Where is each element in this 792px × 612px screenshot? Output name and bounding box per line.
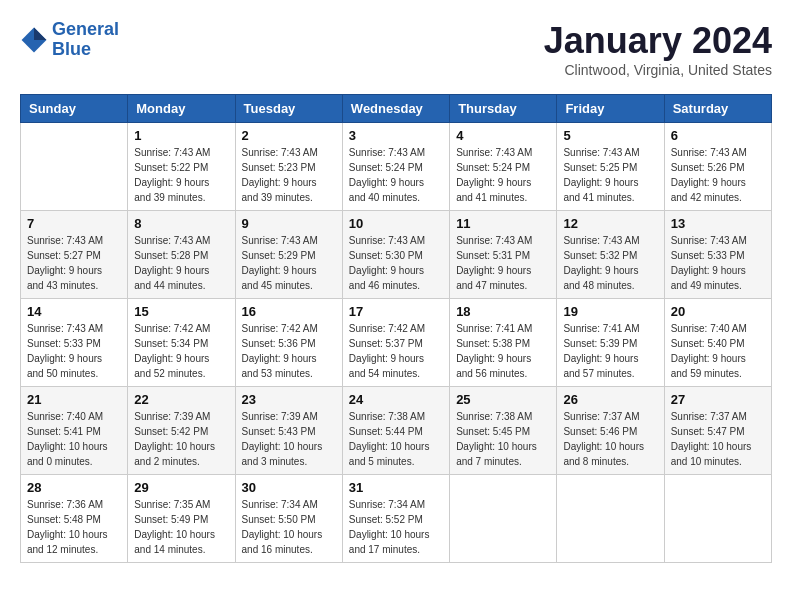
calendar-cell: 14Sunrise: 7:43 AMSunset: 5:33 PMDayligh… (21, 299, 128, 387)
day-number: 12 (563, 216, 657, 231)
day-detail: Sunrise: 7:34 AMSunset: 5:50 PMDaylight:… (242, 497, 336, 557)
day-detail: Sunrise: 7:34 AMSunset: 5:52 PMDaylight:… (349, 497, 443, 557)
day-number: 24 (349, 392, 443, 407)
calendar-week-row: 7Sunrise: 7:43 AMSunset: 5:27 PMDaylight… (21, 211, 772, 299)
calendar-cell: 18Sunrise: 7:41 AMSunset: 5:38 PMDayligh… (450, 299, 557, 387)
calendar-cell (557, 475, 664, 563)
day-number: 10 (349, 216, 443, 231)
day-number: 15 (134, 304, 228, 319)
calendar-cell: 13Sunrise: 7:43 AMSunset: 5:33 PMDayligh… (664, 211, 771, 299)
day-number: 18 (456, 304, 550, 319)
day-number: 28 (27, 480, 121, 495)
day-number: 14 (27, 304, 121, 319)
day-number: 9 (242, 216, 336, 231)
calendar-cell: 23Sunrise: 7:39 AMSunset: 5:43 PMDayligh… (235, 387, 342, 475)
calendar-cell: 3Sunrise: 7:43 AMSunset: 5:24 PMDaylight… (342, 123, 449, 211)
calendar-cell: 7Sunrise: 7:43 AMSunset: 5:27 PMDaylight… (21, 211, 128, 299)
day-number: 30 (242, 480, 336, 495)
day-number: 1 (134, 128, 228, 143)
column-header-tuesday: Tuesday (235, 95, 342, 123)
calendar-week-row: 21Sunrise: 7:40 AMSunset: 5:41 PMDayligh… (21, 387, 772, 475)
logo-text: General Blue (52, 20, 119, 60)
column-header-thursday: Thursday (450, 95, 557, 123)
calendar-cell: 15Sunrise: 7:42 AMSunset: 5:34 PMDayligh… (128, 299, 235, 387)
day-detail: Sunrise: 7:43 AMSunset: 5:31 PMDaylight:… (456, 233, 550, 293)
calendar-cell (450, 475, 557, 563)
calendar-cell: 29Sunrise: 7:35 AMSunset: 5:49 PMDayligh… (128, 475, 235, 563)
day-number: 20 (671, 304, 765, 319)
calendar-cell: 16Sunrise: 7:42 AMSunset: 5:36 PMDayligh… (235, 299, 342, 387)
day-detail: Sunrise: 7:37 AMSunset: 5:47 PMDaylight:… (671, 409, 765, 469)
day-number: 3 (349, 128, 443, 143)
calendar-cell: 1Sunrise: 7:43 AMSunset: 5:22 PMDaylight… (128, 123, 235, 211)
calendar-cell: 6Sunrise: 7:43 AMSunset: 5:26 PMDaylight… (664, 123, 771, 211)
day-number: 25 (456, 392, 550, 407)
day-detail: Sunrise: 7:37 AMSunset: 5:46 PMDaylight:… (563, 409, 657, 469)
calendar-cell: 24Sunrise: 7:38 AMSunset: 5:44 PMDayligh… (342, 387, 449, 475)
calendar-cell: 27Sunrise: 7:37 AMSunset: 5:47 PMDayligh… (664, 387, 771, 475)
calendar-cell: 31Sunrise: 7:34 AMSunset: 5:52 PMDayligh… (342, 475, 449, 563)
month-title: January 2024 (544, 20, 772, 62)
calendar-cell: 4Sunrise: 7:43 AMSunset: 5:24 PMDaylight… (450, 123, 557, 211)
day-number: 5 (563, 128, 657, 143)
calendar-week-row: 28Sunrise: 7:36 AMSunset: 5:48 PMDayligh… (21, 475, 772, 563)
day-number: 7 (27, 216, 121, 231)
calendar-cell: 28Sunrise: 7:36 AMSunset: 5:48 PMDayligh… (21, 475, 128, 563)
calendar-cell: 12Sunrise: 7:43 AMSunset: 5:32 PMDayligh… (557, 211, 664, 299)
day-detail: Sunrise: 7:40 AMSunset: 5:41 PMDaylight:… (27, 409, 121, 469)
day-detail: Sunrise: 7:41 AMSunset: 5:38 PMDaylight:… (456, 321, 550, 381)
day-detail: Sunrise: 7:43 AMSunset: 5:26 PMDaylight:… (671, 145, 765, 205)
day-detail: Sunrise: 7:43 AMSunset: 5:32 PMDaylight:… (563, 233, 657, 293)
column-header-monday: Monday (128, 95, 235, 123)
day-detail: Sunrise: 7:43 AMSunset: 5:23 PMDaylight:… (242, 145, 336, 205)
day-number: 13 (671, 216, 765, 231)
day-number: 16 (242, 304, 336, 319)
day-detail: Sunrise: 7:42 AMSunset: 5:36 PMDaylight:… (242, 321, 336, 381)
day-number: 6 (671, 128, 765, 143)
logo-icon (20, 26, 48, 54)
calendar-cell (21, 123, 128, 211)
day-detail: Sunrise: 7:39 AMSunset: 5:42 PMDaylight:… (134, 409, 228, 469)
column-header-wednesday: Wednesday (342, 95, 449, 123)
logo-line2: Blue (52, 39, 91, 59)
day-number: 23 (242, 392, 336, 407)
calendar-cell: 22Sunrise: 7:39 AMSunset: 5:42 PMDayligh… (128, 387, 235, 475)
day-detail: Sunrise: 7:43 AMSunset: 5:30 PMDaylight:… (349, 233, 443, 293)
day-detail: Sunrise: 7:43 AMSunset: 5:27 PMDaylight:… (27, 233, 121, 293)
location-subtitle: Clintwood, Virginia, United States (544, 62, 772, 78)
day-detail: Sunrise: 7:38 AMSunset: 5:44 PMDaylight:… (349, 409, 443, 469)
day-number: 21 (27, 392, 121, 407)
calendar-cell: 20Sunrise: 7:40 AMSunset: 5:40 PMDayligh… (664, 299, 771, 387)
day-number: 2 (242, 128, 336, 143)
day-detail: Sunrise: 7:35 AMSunset: 5:49 PMDaylight:… (134, 497, 228, 557)
calendar-cell: 19Sunrise: 7:41 AMSunset: 5:39 PMDayligh… (557, 299, 664, 387)
calendar-cell: 2Sunrise: 7:43 AMSunset: 5:23 PMDaylight… (235, 123, 342, 211)
day-detail: Sunrise: 7:43 AMSunset: 5:25 PMDaylight:… (563, 145, 657, 205)
calendar-cell: 5Sunrise: 7:43 AMSunset: 5:25 PMDaylight… (557, 123, 664, 211)
day-detail: Sunrise: 7:43 AMSunset: 5:33 PMDaylight:… (671, 233, 765, 293)
day-detail: Sunrise: 7:43 AMSunset: 5:22 PMDaylight:… (134, 145, 228, 205)
day-detail: Sunrise: 7:40 AMSunset: 5:40 PMDaylight:… (671, 321, 765, 381)
day-number: 27 (671, 392, 765, 407)
day-number: 29 (134, 480, 228, 495)
calendar-cell: 17Sunrise: 7:42 AMSunset: 5:37 PMDayligh… (342, 299, 449, 387)
column-header-saturday: Saturday (664, 95, 771, 123)
day-number: 4 (456, 128, 550, 143)
day-number: 11 (456, 216, 550, 231)
title-block: January 2024 Clintwood, Virginia, United… (544, 20, 772, 78)
day-detail: Sunrise: 7:42 AMSunset: 5:34 PMDaylight:… (134, 321, 228, 381)
logo: General Blue (20, 20, 119, 60)
day-detail: Sunrise: 7:41 AMSunset: 5:39 PMDaylight:… (563, 321, 657, 381)
day-detail: Sunrise: 7:43 AMSunset: 5:33 PMDaylight:… (27, 321, 121, 381)
page-header: General Blue January 2024 Clintwood, Vir… (20, 20, 772, 78)
calendar-cell: 9Sunrise: 7:43 AMSunset: 5:29 PMDaylight… (235, 211, 342, 299)
day-number: 26 (563, 392, 657, 407)
day-number: 8 (134, 216, 228, 231)
day-detail: Sunrise: 7:42 AMSunset: 5:37 PMDaylight:… (349, 321, 443, 381)
calendar-week-row: 1Sunrise: 7:43 AMSunset: 5:22 PMDaylight… (21, 123, 772, 211)
calendar-cell: 25Sunrise: 7:38 AMSunset: 5:45 PMDayligh… (450, 387, 557, 475)
day-detail: Sunrise: 7:39 AMSunset: 5:43 PMDaylight:… (242, 409, 336, 469)
calendar-table: SundayMondayTuesdayWednesdayThursdayFrid… (20, 94, 772, 563)
day-detail: Sunrise: 7:38 AMSunset: 5:45 PMDaylight:… (456, 409, 550, 469)
column-header-friday: Friday (557, 95, 664, 123)
